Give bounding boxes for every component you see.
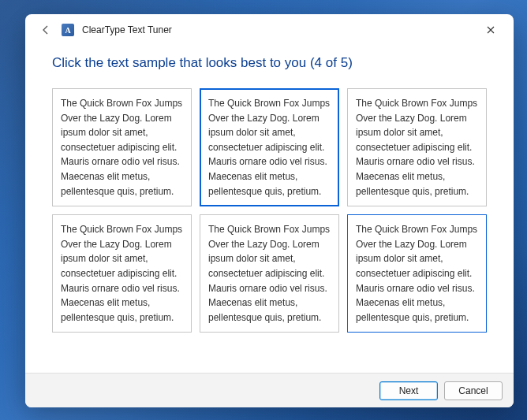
window-title: ClearType Text Tuner [82,24,172,35]
next-button[interactable]: Next [379,381,438,400]
back-button[interactable] [38,22,54,38]
text-sample-1[interactable]: The Quick Brown Fox Jumps Over the Lazy … [52,88,192,206]
app-icon: A [62,24,74,36]
text-sample-4[interactable]: The Quick Brown Fox Jumps Over the Lazy … [52,214,192,333]
instruction-heading: Click the text sample that looks best to… [52,55,487,71]
content-area: Click the text sample that looks best to… [25,46,514,373]
cleartype-tuner-dialog: A ClearType Text Tuner Click the text sa… [25,14,514,407]
text-sample-6[interactable]: The Quick Brown Fox Jumps Over the Lazy … [347,214,487,333]
text-sample-2[interactable]: The Quick Brown Fox Jumps Over the Lazy … [200,88,339,206]
close-button[interactable] [477,19,504,41]
app-icon-letter: A [65,26,70,35]
text-sample-5[interactable]: The Quick Brown Fox Jumps Over the Lazy … [200,214,339,333]
sample-grid: The Quick Brown Fox Jumps Over the Lazy … [52,88,487,333]
dialog-footer: Next Cancel [25,373,514,407]
titlebar: A ClearType Text Tuner [25,14,514,46]
text-sample-3[interactable]: The Quick Brown Fox Jumps Over the Lazy … [347,88,487,206]
cancel-button[interactable]: Cancel [444,381,503,400]
